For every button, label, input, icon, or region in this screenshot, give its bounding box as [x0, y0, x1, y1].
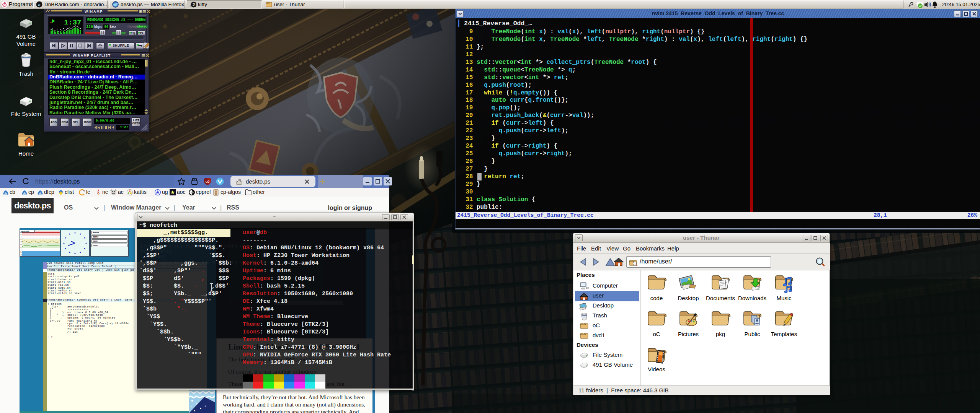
- svg-text:1:37: 1:37: [64, 18, 82, 27]
- svg-text:u0: u0: [206, 180, 210, 184]
- svg-text:2: 2: [193, 2, 195, 7]
- svg-text:a: a: [38, 2, 41, 7]
